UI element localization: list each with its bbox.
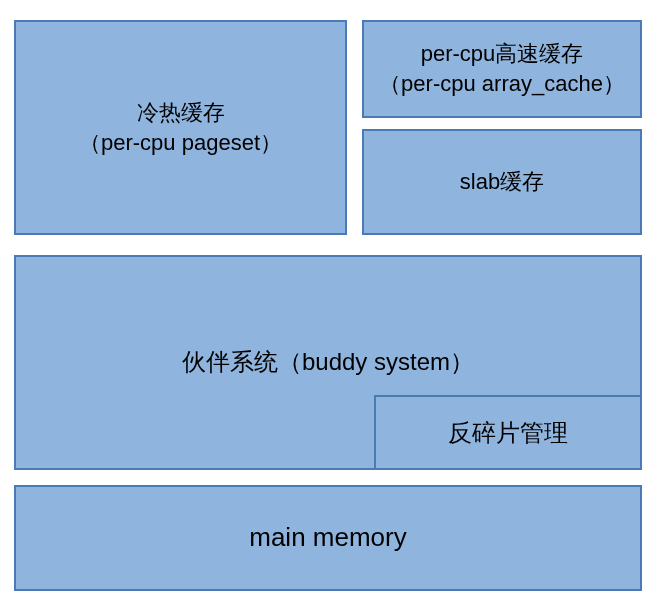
main-memory-box: main memory xyxy=(14,485,642,591)
anti-fragmentation-box: 反碎片管理 xyxy=(374,395,642,470)
per-cpu-cache-box: per-cpu高速缓存 （per-cpu array_cache） xyxy=(362,20,642,118)
cold-hot-cache-box: 冷热缓存 （per-cpu pageset） xyxy=(14,20,347,235)
cold-hot-cache-line2: （per-cpu pageset） xyxy=(79,128,282,158)
slab-cache-box: slab缓存 xyxy=(362,129,642,235)
cold-hot-cache-line1: 冷热缓存 xyxy=(79,98,282,128)
buddy-system-box: 伙伴系统（buddy system） 反碎片管理 xyxy=(14,255,642,470)
per-cpu-cache-label: per-cpu高速缓存 （per-cpu array_cache） xyxy=(375,35,629,102)
main-memory-label: main memory xyxy=(245,516,410,559)
slab-cache-label: slab缓存 xyxy=(456,163,548,201)
cold-hot-cache-label: 冷热缓存 （per-cpu pageset） xyxy=(75,94,286,161)
anti-fragmentation-label: 反碎片管理 xyxy=(448,417,568,449)
per-cpu-cache-line2: （per-cpu array_cache） xyxy=(379,69,625,99)
buddy-system-label: 伙伴系统（buddy system） xyxy=(178,342,478,382)
per-cpu-cache-line1: per-cpu高速缓存 xyxy=(379,39,625,69)
